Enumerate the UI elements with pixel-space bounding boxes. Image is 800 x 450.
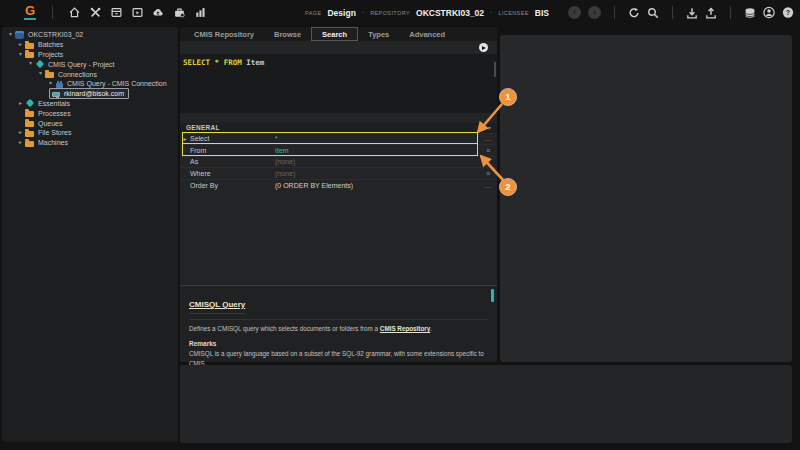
tab-cmis-repository[interactable]: CMIS Repository <box>184 27 264 41</box>
tools-icon[interactable] <box>89 7 101 19</box>
tree-item-cmis-query-project[interactable]: ▾ CMIS Query - Project <box>2 59 178 69</box>
tree-item-cmis-repository-selected[interactable]: rkinard@bisok.com <box>2 89 178 99</box>
page-label: PAGE <box>305 10 321 16</box>
folder-icon <box>25 121 34 127</box>
back-button[interactable]: ‹ <box>568 6 581 19</box>
tree-item-file-stores[interactable]: ▸ File Stores <box>2 128 178 138</box>
help-panel: CMISQL Query Defines a CMISQL query whic… <box>180 285 497 362</box>
tree-item-essentials[interactable]: ▸ Essentials <box>2 99 178 109</box>
node-tree: ▾ OKCSTRKI03_02 ▸ Batches ▾ Projects ▾ C… <box>2 27 178 148</box>
licensee-value: BIS <box>535 8 549 18</box>
select-value[interactable]: * <box>275 135 479 142</box>
repository-icon <box>15 31 24 39</box>
grooper-logo-icon: G <box>24 3 36 20</box>
breadcrumb-dot: · <box>490 9 492 16</box>
expander-icon[interactable]: ▾ <box>6 30 15 40</box>
tab-browse[interactable]: Browse <box>264 27 311 41</box>
toolbar-divider <box>614 6 615 19</box>
tab-types[interactable]: Types <box>358 27 399 41</box>
stats-icon[interactable] <box>194 7 206 19</box>
property-row-from[interactable]: From Item ≡ <box>180 144 497 156</box>
folder-icon <box>45 72 54 78</box>
batch-box-icon[interactable] <box>131 7 143 19</box>
node-tree-panel: ▾ OKCSTRKI03_02 ▸ Batches ▾ Projects ▾ C… <box>2 27 178 442</box>
query-editor[interactable]: SELECT * FROM Item <box>180 54 497 113</box>
sql-keyword: SELECT <box>183 58 210 67</box>
refresh-icon[interactable] <box>628 7 640 19</box>
tree-item-batches[interactable]: ▸ Batches <box>2 40 178 50</box>
expander-icon[interactable]: ▸ <box>16 99 25 109</box>
cmis-repository-link[interactable]: CMIS Repository <box>380 325 430 332</box>
ellipsis-button[interactable]: … <box>479 135 497 142</box>
archive-box-icon[interactable] <box>110 7 122 19</box>
tab-bar: CMIS Repository Browse Search Types Adva… <box>180 27 497 41</box>
execute-query-button[interactable] <box>479 43 488 52</box>
toolbar-divider <box>672 6 673 19</box>
remarks-heading: Remarks <box>189 340 488 347</box>
tree-item-projects[interactable]: ▾ Projects <box>2 50 178 60</box>
project-icon <box>36 60 44 68</box>
menu-button[interactable]: ≡ <box>479 147 497 154</box>
folder-icon <box>25 111 34 117</box>
editor-scrollbar-thumb[interactable] <box>494 62 496 77</box>
folder-icon <box>25 52 34 58</box>
property-section-header[interactable]: GENERAL ▾ <box>180 123 497 133</box>
top-bar: G PAGE <box>0 0 800 25</box>
toolbar-divider <box>52 6 53 19</box>
property-row-order-by[interactable]: Order By (0 ORDER BY Elements) … <box>180 179 497 191</box>
help-icon[interactable]: ? <box>782 7 794 19</box>
query-toolbar <box>180 41 497 54</box>
folder-icon <box>25 131 34 137</box>
from-value[interactable]: Item <box>275 147 479 154</box>
where-value[interactable]: (none) <box>275 170 479 177</box>
property-row-where[interactable]: Where (none) ≡ <box>180 167 497 179</box>
home-icon[interactable] <box>68 7 80 19</box>
help-description: Defines a CMISQL query which selects doc… <box>189 324 488 334</box>
property-grid: GENERAL ▾ ▸ Select * … From Item ≡ <box>180 123 497 190</box>
toolbar-divider <box>730 6 731 19</box>
forward-button[interactable]: › <box>588 6 601 19</box>
search-icon[interactable] <box>647 7 659 19</box>
licensee-label: LICENSEE <box>498 10 528 16</box>
order-by-value[interactable]: (0 ORDER BY Elements) <box>275 182 479 189</box>
download-icon[interactable] <box>686 7 698 19</box>
chevron-down-icon[interactable]: ▾ <box>488 124 491 131</box>
selected-node-box[interactable]: rkinard@bisok.com <box>49 88 129 99</box>
sql-identifier: Item <box>246 58 264 67</box>
upload-icon[interactable] <box>705 7 717 19</box>
property-row-as[interactable]: As (none) <box>180 156 497 168</box>
cmis-repository-node-icon <box>52 92 60 97</box>
expander-icon[interactable]: ▾ <box>36 69 45 79</box>
tree-item-processes[interactable]: Processes <box>2 108 178 118</box>
expander-icon[interactable]: ▸ <box>16 138 25 148</box>
expander-icon[interactable]: ▸ <box>16 128 25 138</box>
menu-button[interactable]: ≡ <box>479 170 497 177</box>
expander-icon[interactable]: ▸ <box>16 40 25 50</box>
tab-search[interactable]: Search <box>311 27 358 41</box>
as-value[interactable]: (none) <box>275 158 479 165</box>
tab-advanced[interactable]: Advanced <box>399 27 455 41</box>
main-panel: CMIS Repository Browse Search Types Adva… <box>180 27 497 362</box>
tree-item-queues[interactable]: Queues <box>2 118 178 128</box>
property-row-select[interactable]: ▸ Select * … <box>180 133 497 145</box>
cloud-upload-icon[interactable] <box>152 7 164 19</box>
tree-item-repository-root[interactable]: ▾ OKCSTRKI03_02 <box>2 30 178 40</box>
help-scrollbar-thumb[interactable] <box>491 289 494 302</box>
repository-label: REPOSITORY <box>370 10 410 16</box>
user-icon[interactable] <box>763 7 775 19</box>
tree-item-machines[interactable]: ▸ Machines <box>2 138 178 148</box>
briefcase-icon[interactable] <box>173 7 185 19</box>
lower-panel <box>180 365 792 443</box>
repository-value: OKCSTRKI03_02 <box>416 8 484 18</box>
expander-icon[interactable]: ▾ <box>16 50 25 60</box>
database-icon[interactable] <box>744 7 756 19</box>
svg-text:?: ? <box>786 9 790 17</box>
connection-icon <box>56 83 63 88</box>
tree-item-connections[interactable]: ▾ Connections <box>2 69 178 79</box>
expander-icon[interactable]: ▾ <box>26 59 35 69</box>
row-expander-icon[interactable]: ▸ <box>180 135 190 142</box>
app-window: G PAGE <box>0 0 800 450</box>
folder-icon <box>25 43 34 49</box>
project-icon <box>26 99 34 107</box>
ellipsis-button[interactable]: … <box>479 182 497 189</box>
